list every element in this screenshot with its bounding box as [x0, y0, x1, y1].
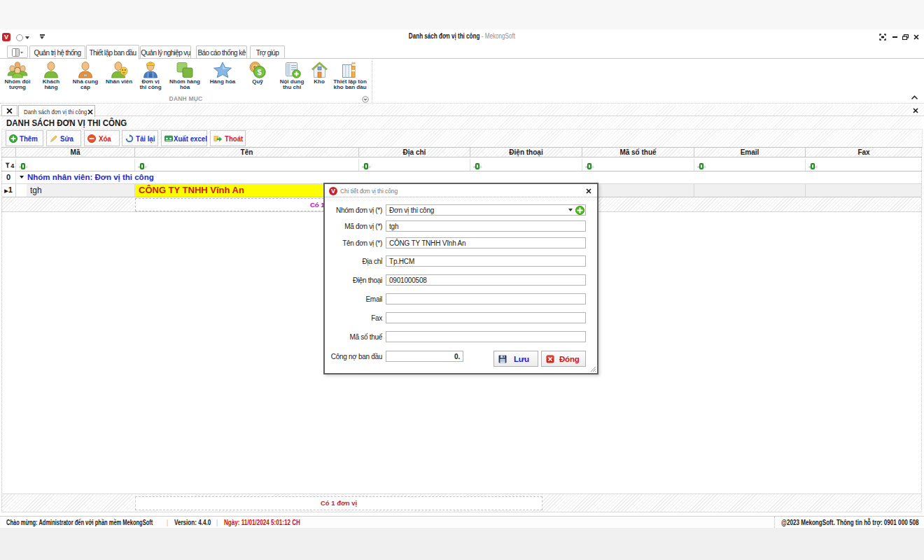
svg-text:c: c: [145, 164, 147, 169]
svg-text:c: c: [26, 164, 28, 169]
svg-text:c: c: [592, 164, 594, 169]
svg-text:c: c: [816, 164, 818, 169]
svg-text:4: 4: [10, 162, 14, 169]
svg-text:c: c: [480, 164, 482, 169]
svg-text:c: c: [704, 164, 706, 169]
svg-text:$: $: [258, 68, 262, 76]
svg-text:c: c: [369, 164, 371, 169]
